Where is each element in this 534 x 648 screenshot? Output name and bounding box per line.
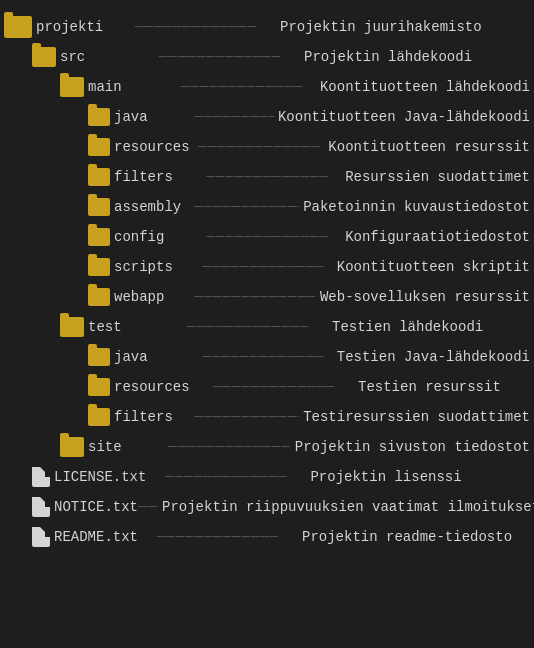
separator: ───────────── [116,19,276,35]
item-description: Testiresurssien suodattimet [299,409,530,425]
item-description: Testien lähdekoodi [328,319,483,335]
folder-icon [88,228,110,246]
separator: ───────────── [194,139,324,155]
folder-icon [4,16,32,38]
tree-row[interactable]: filters─────────────Testiresurssien suod… [4,402,530,432]
item-description: Koontituotteen resurssit [324,139,530,155]
tree-row[interactable]: projekti─────────────Projektin juurihake… [4,12,530,42]
separator: ───────────── [194,379,354,395]
separator: ───────────── [194,199,299,215]
folder-icon [88,408,110,426]
folder-icon [88,288,110,306]
item-name: README.txt [54,529,138,545]
item-name: java [114,349,194,365]
item-name: java [114,109,194,125]
item-name: scripts [114,259,194,275]
item-description: Konfiguraatiotiedostot [341,229,530,245]
folder-icon [88,258,110,276]
folder-icon [60,317,84,337]
item-description: Projektin lähdekoodi [300,49,472,65]
item-name: assembly [114,199,194,215]
item-name: LICENSE.txt [54,469,146,485]
folder-icon [60,437,84,457]
tree-row[interactable]: LICENSE.txt─────────────Projektin lisens… [4,462,530,492]
item-description: Resurssien suodattimet [341,169,530,185]
item-description: Projektin juurihakemisto [276,19,482,35]
separator: ───────────── [138,499,158,515]
tree-row[interactable]: test─────────────Testien lähdekoodi [4,312,530,342]
folder-icon [88,348,110,366]
item-name: filters [114,169,194,185]
file-icon [32,527,50,547]
file-tree: projekti─────────────Projektin juurihake… [4,8,530,556]
folder-icon [88,108,110,126]
item-name: site [88,439,168,455]
item-description: Testien Java-lähdekoodi [333,349,530,365]
file-icon [32,497,50,517]
item-description: Projektin sivuston tiedostot [291,439,530,455]
item-description: Koontituotteen Java-lähdekoodi [274,109,530,125]
item-description: Projektin riippuvuuksien vaatimat ilmoit… [158,499,534,515]
separator: ───────────── [194,229,341,245]
item-description: Koontituotteen lähdekoodi [316,79,530,95]
folder-icon [88,138,110,156]
folder-icon [32,47,56,67]
tree-row[interactable]: java─────────────Testien Java-lähdekoodi [4,342,530,372]
item-description: Web-sovelluksen resurssit [316,289,530,305]
separator: ───────────── [194,259,333,275]
item-name: config [114,229,194,245]
separator: ───────────── [194,409,299,425]
item-description: Paketoinnin kuvaustiedostot [299,199,530,215]
folder-icon [60,77,84,97]
tree-row[interactable]: src─────────────Projektin lähdekoodi [4,42,530,72]
item-name: src [60,49,140,65]
item-name: NOTICE.txt [54,499,138,515]
tree-row[interactable]: README.txt─────────────Projektin readme-… [4,522,530,552]
item-description: Testien resurssit [354,379,501,395]
separator: ───────────── [194,349,333,365]
tree-row[interactable]: resources─────────────Testien resurssit [4,372,530,402]
item-description: Projektin lisenssi [306,469,461,485]
tree-row[interactable]: webapp─────────────Web-sovelluksen resur… [4,282,530,312]
separator: ───────────── [138,529,298,545]
separator: ───────────── [194,289,316,305]
separator: ───────────── [140,49,300,65]
item-description: Koontituotteen skriptit [333,259,530,275]
separator: ───────────── [168,79,316,95]
separator: ───────────── [168,439,291,455]
tree-row[interactable]: scripts─────────────Koontituotteen skrip… [4,252,530,282]
separator: ───────────── [146,469,306,485]
file-icon [32,467,50,487]
folder-icon [88,378,110,396]
tree-row[interactable]: filters─────────────Resurssien suodattim… [4,162,530,192]
item-name: projekti [36,19,116,35]
separator: ───────────── [194,169,341,185]
item-name: webapp [114,289,194,305]
tree-row[interactable]: main─────────────Koontituotteen lähdekoo… [4,72,530,102]
item-description: Projektin readme-tiedosto [298,529,512,545]
folder-icon [88,198,110,216]
folder-icon [88,168,110,186]
separator: ───────────── [194,109,274,125]
tree-row[interactable]: site─────────────Projektin sivuston tied… [4,432,530,462]
tree-row[interactable]: config─────────────Konfiguraatiotiedosto… [4,222,530,252]
item-name: main [88,79,168,95]
tree-row[interactable]: java─────────────Koontituotteen Java-läh… [4,102,530,132]
tree-row[interactable]: assembly─────────────Paketoinnin kuvaust… [4,192,530,222]
separator: ───────────── [168,319,328,335]
item-name: resources [114,139,194,155]
tree-row[interactable]: NOTICE.txt─────────────Projektin riippuv… [4,492,530,522]
item-name: resources [114,379,194,395]
item-name: test [88,319,168,335]
item-name: filters [114,409,194,425]
tree-row[interactable]: resources─────────────Koontituotteen res… [4,132,530,162]
